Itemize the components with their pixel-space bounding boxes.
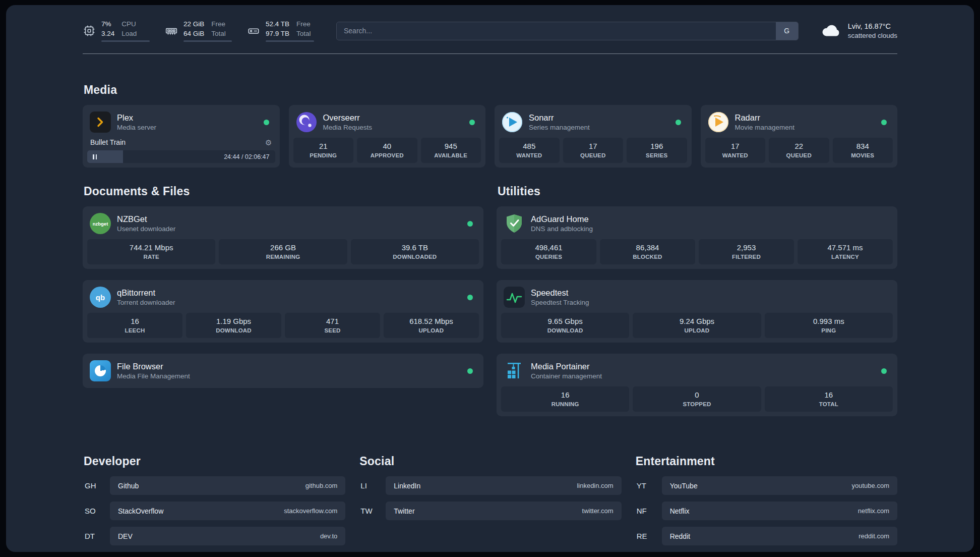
- section-documents: Documents & Files nzbget NZBGet Usenet d…: [83, 185, 483, 399]
- service-card-speedtest: Speedtest Speedtest Tracking 9.65 Gbps D…: [497, 280, 897, 343]
- weather-location: Lviv, 16.87°C: [848, 22, 897, 31]
- stat-upload: 618.52 Mbps UPLOAD: [384, 313, 479, 338]
- cpu-load: 3.24: [101, 29, 114, 38]
- stat-seed: 471 SEED: [285, 313, 380, 338]
- bookmark-dev[interactable]: DT DEV dev.to: [83, 527, 345, 545]
- sonarr-icon: [502, 112, 523, 133]
- stat-leech: 16 LEECH: [87, 313, 182, 338]
- bookmark-twitter[interactable]: TW Twitter twitter.com: [358, 502, 621, 520]
- topbar-divider: [83, 53, 897, 54]
- bookmark-name: DEV: [118, 532, 133, 540]
- service-name: File Browser: [117, 362, 190, 371]
- stat-queries: 498,461 QUERIES: [501, 239, 596, 264]
- memory-total: 64 GiB: [183, 29, 204, 38]
- speedtest-icon: [504, 287, 525, 308]
- service-name: Plex: [117, 113, 156, 122]
- stat-filtered: 2,953 FILTERED: [699, 239, 794, 264]
- weather-widget: Lviv, 16.87°C scattered clouds: [821, 20, 897, 41]
- stat-available: 945 AVAILABLE: [421, 138, 481, 163]
- status-dot: [676, 120, 681, 125]
- bookmark-url: dev.to: [320, 532, 337, 540]
- bookmark-name: Github: [118, 482, 139, 490]
- service-card-portainer: Media Portainer Container management 16 …: [497, 354, 897, 416]
- service-adguard[interactable]: AdGuard Home DNS and adblocking: [501, 210, 893, 239]
- bookmark-github[interactable]: GH Github github.com: [83, 476, 345, 495]
- bookmark-name: YouTube: [670, 482, 698, 490]
- service-card-overseerr: Overseerr Media Requests 21 PENDING 40 A…: [289, 105, 486, 168]
- status-dot: [469, 120, 475, 125]
- service-name: qBittorrent: [117, 288, 175, 297]
- service-card-adguard: AdGuard Home DNS and adblocking 498,461 …: [497, 206, 897, 269]
- disk-icon: [247, 24, 260, 37]
- stat-rate: 744.21 Mbps RATE: [87, 239, 215, 264]
- pause-icon[interactable]: [93, 154, 97, 159]
- status-dot: [881, 120, 887, 125]
- service-qbittorrent[interactable]: qb qBittorrent Torrent downloader: [87, 284, 479, 313]
- service-portainer[interactable]: Media Portainer Container management: [501, 358, 893, 386]
- service-plex[interactable]: Plex Media server: [87, 109, 275, 138]
- search-provider-button[interactable]: G: [776, 22, 798, 40]
- bookmark-url: twitter.com: [582, 507, 614, 515]
- service-subtitle: Usenet downloader: [117, 225, 175, 233]
- service-filebrowser[interactable]: File Browser Media File Management: [87, 358, 479, 384]
- service-name: Speedtest: [531, 288, 589, 297]
- stat-downloaded: 39.6 TB DOWNLOADED: [351, 239, 479, 264]
- disk-widget: 52.4 TB 97.9 TB Free Total: [247, 20, 314, 42]
- section-utilities: Utilities AdGuard Home DNS and adblockin…: [497, 185, 897, 427]
- bookmark-name: LinkedIn: [394, 482, 420, 490]
- bookmark-url: netflix.com: [858, 507, 889, 515]
- service-name: Sonarr: [529, 113, 590, 122]
- bookmark-youtube[interactable]: YT YouTube youtube.com: [635, 476, 897, 495]
- bookmark-abbr: DT: [83, 532, 110, 540]
- bookmark-netflix[interactable]: NF Netflix netflix.com: [635, 502, 897, 520]
- service-name: Radarr: [735, 113, 795, 122]
- memory-widget: 22 GiB 64 GiB Free Total: [165, 20, 232, 42]
- section-title-entertainment: Entertainment: [636, 455, 897, 468]
- bookmark-abbr: TW: [358, 507, 386, 515]
- cpu-icon: [83, 24, 96, 37]
- service-nzbget[interactable]: nzbget NZBGet Usenet downloader: [87, 210, 479, 239]
- resource-widgets: 7% 3.24 CPU Load: [83, 20, 314, 42]
- bookmark-abbr: LI: [358, 481, 386, 490]
- bookmark-linkedin[interactable]: LI LinkedIn linkedin.com: [358, 476, 621, 495]
- memory-icon: [165, 24, 178, 37]
- bookmark-abbr: YT: [635, 481, 662, 490]
- service-subtitle: Container management: [531, 372, 602, 380]
- weather-description: scattered clouds: [848, 31, 897, 40]
- section-title-utilities: Utilities: [498, 185, 897, 198]
- stat-series: 196 SERIES: [627, 138, 687, 163]
- search-bar: G: [336, 22, 799, 40]
- stat-movies: 834 MOVIES: [833, 138, 893, 163]
- service-subtitle: Movie management: [735, 124, 795, 131]
- bookmark-reddit[interactable]: RE Reddit reddit.com: [635, 527, 897, 545]
- stat-running: 16 RUNNING: [501, 386, 629, 412]
- overseerr-icon: [296, 112, 317, 133]
- filebrowser-icon: [90, 360, 111, 381]
- service-card-radarr: Radarr Movie management 17 WANTED 22 QUE…: [701, 105, 898, 168]
- stat-download: 1.19 Gbps DOWNLOAD: [186, 313, 281, 338]
- stat-stopped: 0 STOPPED: [633, 386, 761, 412]
- bookmark-stackoverflow[interactable]: SO StackOverflow stackoverflow.com: [83, 502, 345, 520]
- gear-icon[interactable]: ⚙: [265, 139, 272, 146]
- service-overseerr[interactable]: Overseerr Media Requests: [293, 109, 481, 138]
- cpu-label: CPU: [121, 20, 137, 29]
- service-card-filebrowser: File Browser Media File Management: [83, 354, 483, 388]
- service-radarr[interactable]: Radarr Movie management: [705, 109, 893, 138]
- memory-free: 22 GiB: [183, 20, 204, 29]
- disk-total: 97.9 TB: [266, 29, 289, 38]
- cpu-progress-bar: [101, 40, 150, 42]
- service-name: Media Portainer: [531, 362, 602, 371]
- section-title-documents: Documents & Files: [84, 185, 483, 198]
- service-name: NZBGet: [117, 214, 175, 224]
- service-sonarr[interactable]: Sonarr Series management: [499, 109, 687, 138]
- bookmark-name: StackOverflow: [118, 507, 163, 515]
- dashboard: 7% 3.24 CPU Load: [6, 5, 974, 552]
- service-speedtest[interactable]: Speedtest Speedtest Tracking: [501, 284, 893, 313]
- cpu-widget: 7% 3.24 CPU Load: [83, 20, 150, 42]
- search-input[interactable]: [336, 22, 799, 40]
- bookmark-name: Reddit: [670, 532, 690, 540]
- status-dot: [264, 120, 269, 125]
- bookmark-name: Netflix: [670, 507, 690, 515]
- playback-progress-bar[interactable]: 24:44 / 02:06:47: [87, 150, 275, 163]
- nzbget-icon: nzbget: [90, 213, 111, 234]
